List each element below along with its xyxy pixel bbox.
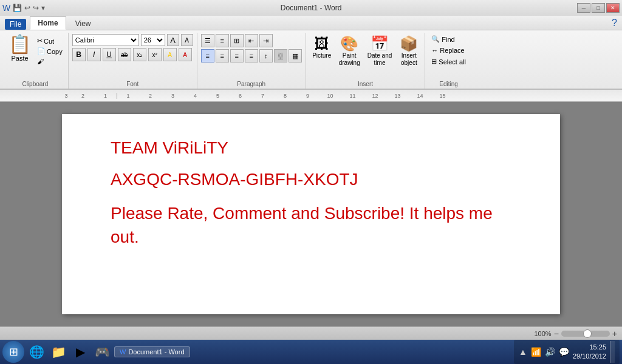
copy-icon: 📄	[37, 47, 46, 55]
font-family-select[interactable]: Calibri	[72, 34, 139, 46]
shading-button[interactable]: ░	[274, 49, 287, 62]
quick-access-dropdown[interactable]: ▾	[41, 4, 45, 12]
cut-icon: ✂	[37, 37, 43, 45]
underline-button[interactable]: U	[103, 48, 116, 61]
picture-icon: 🖼	[315, 35, 329, 52]
clipboard-group-label: Clipboard	[22, 79, 48, 87]
font-size-select[interactable]: 26	[141, 34, 165, 46]
editing-group: 🔍 Find ↔ Replace ⊞ Select all Editing	[425, 33, 472, 89]
paste-button[interactable]: 📋 Paste	[6, 34, 33, 63]
system-tray-arrow[interactable]: ▲	[519, 347, 527, 357]
file-menu-icon[interactable]: File	[5, 19, 26, 30]
font-color-button[interactable]: A	[179, 48, 192, 61]
indent-increase-button[interactable]: ⇥	[259, 34, 273, 47]
title-bar: W 💾 ↩ ↪ ▾ Document1 - Word ─ □ ✕	[0, 0, 622, 16]
clock[interactable]: 15:25 29/10/2012	[573, 343, 606, 362]
zoom-level: 100%	[534, 330, 551, 337]
indent-decrease-button[interactable]: ⇤	[245, 34, 258, 47]
multilevel-button[interactable]: ⊞	[230, 34, 244, 47]
strikethrough-button[interactable]: ab	[118, 48, 131, 61]
start-button[interactable]: ⊞	[2, 341, 24, 363]
zoom-plus-button[interactable]: +	[612, 329, 617, 339]
italic-button[interactable]: I	[87, 48, 101, 61]
taskbar-media-icon[interactable]: ▶	[70, 342, 90, 362]
paste-icon: 📋	[9, 35, 31, 53]
bold-button[interactable]: B	[72, 48, 86, 61]
zoom-area: 100% − +	[534, 329, 617, 339]
date-time-icon: 📅	[371, 35, 389, 52]
taskbar-word-window[interactable]: W Document1 - Word	[114, 346, 190, 357]
taskbar-minecraft-icon[interactable]: 🎮	[92, 342, 112, 362]
taskbar-ie-icon[interactable]: 🌐	[27, 342, 46, 362]
volume-icon[interactable]: 🔊	[545, 347, 555, 357]
quick-access-undo[interactable]: ↩	[24, 4, 30, 12]
highlight-button[interactable]: A	[163, 48, 177, 61]
paste-label: Paste	[11, 55, 28, 62]
subscript-button[interactable]: x₂	[133, 48, 146, 61]
paint-drawing-button[interactable]: 🎨 Paintdrawing	[337, 34, 363, 68]
clipboard-group: 📋 Paste ✂ Cut 📄 Copy 🖌 Clipboard	[2, 33, 69, 89]
zoom-handle[interactable]	[583, 329, 592, 338]
quick-access-redo[interactable]: ↪	[33, 4, 39, 12]
replace-icon: ↔	[431, 47, 438, 54]
picture-button[interactable]: 🖼 Picture	[310, 34, 334, 60]
document-area: TEAM ViRiLiTY AXGQC-RSMOA-GIBFH-XKOTJ Pl…	[0, 102, 622, 326]
format-painter-button[interactable]: 🖌	[35, 57, 64, 66]
insert-group-label: Insert	[358, 79, 373, 87]
zoom-slider[interactable]	[561, 331, 610, 337]
document-line-2[interactable]: AXGQC-RSMOA-GIBFH-XKOTJ	[111, 170, 511, 189]
font-group-label: Font	[126, 79, 138, 87]
align-left-button[interactable]: ≡	[201, 49, 214, 62]
clock-date: 29/10/2012	[573, 352, 606, 361]
date-time-button[interactable]: 📅 Date andtime	[365, 34, 395, 68]
network-icon[interactable]: 📶	[531, 347, 541, 357]
ribbon-tab-bar: File Home View ?	[0, 16, 622, 30]
font-group: Calibri 26 A A B I U ab x₂ x² A A Font	[69, 33, 197, 89]
maximize-button[interactable]: □	[592, 3, 605, 13]
insert-object-icon: 📦	[400, 35, 418, 52]
select-all-icon: ⊞	[431, 58, 437, 66]
taskbar: ⊞ 🌐 📁 ▶ 🎮 W Document1 - Word ▲ 📶 🔊 💬 15:…	[0, 340, 622, 364]
taskbar-folder-icon[interactable]: 📁	[49, 342, 68, 362]
replace-button[interactable]: ↔ Replace	[429, 46, 466, 55]
select-all-button[interactable]: ⊞ Select all	[429, 56, 468, 67]
clipboard-small-buttons: ✂ Cut 📄 Copy 🖌	[35, 34, 64, 66]
tab-view[interactable]: View	[67, 17, 99, 30]
ribbon: 📋 Paste ✂ Cut 📄 Copy 🖌 Clipboard	[0, 30, 622, 90]
document-line-1[interactable]: TEAM ViRiLiTY	[111, 138, 511, 158]
superscript-button[interactable]: x²	[148, 48, 162, 61]
find-button[interactable]: 🔍 Find	[429, 34, 457, 44]
zoom-minus-button[interactable]: −	[554, 329, 559, 339]
editing-group-label: Editing	[439, 79, 458, 87]
taskbar-word-icon: W	[120, 348, 126, 356]
cut-button[interactable]: ✂ Cut	[35, 36, 64, 46]
paint-icon: 🎨	[340, 35, 358, 52]
help-icon[interactable]: ?	[607, 16, 622, 30]
align-right-button[interactable]: ≡	[230, 49, 244, 62]
copy-button[interactable]: 📄 Copy	[35, 47, 64, 56]
tab-home[interactable]: Home	[30, 16, 66, 30]
insert-group: 🖼 Picture 🎨 Paintdrawing 📅 Date andtime …	[306, 33, 426, 89]
quick-access-save[interactable]: 💾	[13, 4, 22, 12]
justify-button[interactable]: ≡	[245, 49, 258, 62]
line-spacing-button[interactable]: ↕	[259, 49, 273, 62]
minimize-button[interactable]: ─	[577, 3, 590, 13]
action-center-icon[interactable]: 💬	[559, 347, 569, 357]
bullets-button[interactable]: ☰	[201, 34, 214, 47]
show-desktop-button[interactable]	[610, 341, 615, 363]
word-icon: W	[2, 3, 10, 13]
clock-time: 15:25	[573, 343, 606, 352]
shrink-font-button[interactable]: A	[181, 34, 193, 46]
grow-font-button[interactable]: A	[167, 34, 179, 46]
insert-object-button[interactable]: 📦 Insertobject	[397, 34, 421, 68]
align-center-button[interactable]: ≡	[216, 49, 229, 62]
title-text: Document1 - Word	[49, 4, 573, 12]
numbering-button[interactable]: ≡	[216, 34, 229, 47]
close-button[interactable]: ✕	[606, 3, 620, 13]
paragraph-group: ☰ ≡ ⊞ ⇤ ⇥ ≡ ≡ ≡ ≡ ↕ ░ ▦ Paragraph	[197, 33, 306, 89]
document-line-3[interactable]: Please Rate, Comment and Subscribe! It h…	[111, 201, 511, 249]
status-bar: 100% − +	[0, 326, 622, 340]
window-controls: ─ □ ✕	[577, 3, 620, 13]
paragraph-group-label: Paragraph	[237, 79, 265, 87]
border-button[interactable]: ▦	[289, 49, 302, 62]
